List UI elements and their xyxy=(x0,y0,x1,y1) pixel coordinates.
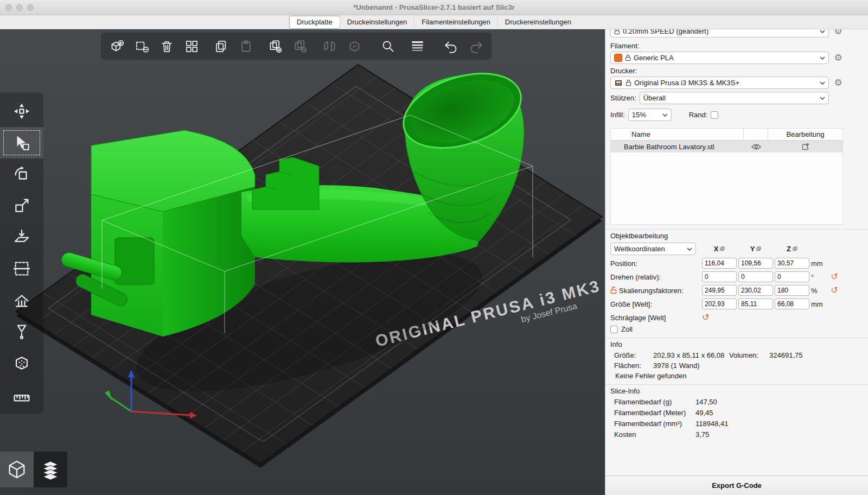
print-settings-gear-icon[interactable]: ⚙ xyxy=(832,29,844,36)
close-button[interactable] xyxy=(5,4,12,11)
paste-icon xyxy=(239,39,253,54)
printer-settings-gear-icon[interactable]: ⚙ xyxy=(832,78,844,87)
3d-viewport[interactable]: ORIGINAL PRUSA i3 MK3 by Josef Prusa xyxy=(0,29,605,495)
slice-info-title: Slice-Info xyxy=(610,387,868,395)
svg-text:P: P xyxy=(353,43,356,49)
skew-reset-icon[interactable]: ↺ xyxy=(702,313,718,322)
rotation-x-input[interactable] xyxy=(702,271,737,282)
lock-icon xyxy=(625,54,631,61)
delete-object-button[interactable] xyxy=(129,34,154,59)
visibility-toggle[interactable] xyxy=(744,144,768,150)
cut-tool-button[interactable] xyxy=(0,253,43,284)
select-tool-button[interactable] xyxy=(0,127,43,158)
uniform-scale-lock-icon[interactable] xyxy=(610,287,617,294)
minimize-button[interactable] xyxy=(16,4,23,11)
slice-label: Filamentbedarf (Meter) xyxy=(614,409,695,417)
arrange-button[interactable] xyxy=(179,34,204,59)
rotate-tool-button[interactable] xyxy=(0,158,43,190)
rotation-y-input[interactable] xyxy=(738,271,773,282)
position-x-input[interactable] xyxy=(702,258,737,269)
slice-value: 118948,41 xyxy=(695,420,868,428)
paste-button[interactable] xyxy=(233,34,258,59)
split-to-objects-button[interactable] xyxy=(317,34,342,59)
tab-druckereinstellungen[interactable]: Druckereinstellungen xyxy=(497,16,578,28)
scale-x-input[interactable] xyxy=(702,285,737,296)
filament-label: Filament: xyxy=(610,42,868,50)
supports-select[interactable]: Überall xyxy=(640,92,829,104)
slice-value: 49,45 xyxy=(695,409,868,417)
object-row[interactable]: Barbie Bathroom Lavatory.stl xyxy=(611,141,843,153)
chevron-down-icon xyxy=(662,113,668,117)
infill-value: 15% xyxy=(632,111,660,119)
chevron-down-icon xyxy=(820,56,825,60)
inches-row: Zoll xyxy=(610,325,864,333)
title-bar: *Unbenannt - PrusaSlicer-2.7.1 basiert a… xyxy=(0,0,868,15)
brim-label: Rand: xyxy=(689,111,708,119)
rotation-z-input[interactable] xyxy=(775,271,809,282)
delete-icon xyxy=(135,39,149,54)
lock-icon xyxy=(626,79,631,86)
split-to-parts-button[interactable]: P xyxy=(342,34,367,59)
tab-filamenteinstellungen[interactable]: Filamenteinstellungen xyxy=(414,16,497,28)
search-button[interactable] xyxy=(375,34,400,59)
undo-button[interactable] xyxy=(438,34,463,59)
tab-druckplatte[interactable]: Druckplatte xyxy=(289,16,340,29)
preview-sliced-view-button[interactable] xyxy=(34,452,67,487)
filament-select[interactable]: Generic PLA xyxy=(610,52,829,64)
scale-icon xyxy=(12,196,31,215)
filament-settings-gear-icon[interactable]: ⚙ xyxy=(832,53,844,62)
redo-icon xyxy=(469,39,483,54)
seam-tool-button[interactable] xyxy=(0,316,43,347)
supports-value: Überall xyxy=(643,94,817,102)
scale-y-input[interactable] xyxy=(738,285,773,296)
redo-button[interactable] xyxy=(463,34,488,59)
editor-3d-view-button[interactable] xyxy=(0,452,34,487)
tab-druckeinstellungen[interactable]: Druckeinstellungen xyxy=(340,16,414,28)
rotation-reset-icon[interactable]: ↺ xyxy=(829,272,840,281)
scale-unit: % xyxy=(811,287,827,295)
scale-row: Skalierungsfaktoren: % ↺ xyxy=(610,285,864,296)
variable-layer-height-button[interactable] xyxy=(405,34,430,59)
measure-tool-button[interactable] xyxy=(0,379,43,410)
scale-z-input[interactable] xyxy=(775,285,809,296)
scale-reset-icon[interactable]: ↺ xyxy=(829,286,840,295)
coordinate-system-select[interactable]: Weltkoordinaten xyxy=(610,243,696,255)
size-z-input[interactable] xyxy=(775,299,809,309)
gizmo-toolbar xyxy=(0,92,43,414)
scale-tool-button[interactable] xyxy=(0,190,43,221)
slice-value: 147,50 xyxy=(695,398,868,406)
move-tool-button[interactable] xyxy=(0,96,43,127)
place-on-face-tool-button[interactable] xyxy=(0,221,43,253)
layer-height-icon xyxy=(410,39,425,54)
fuzzy-skin-tool-button[interactable] xyxy=(0,347,43,379)
brim-checkbox[interactable] xyxy=(711,111,718,119)
copy-button[interactable] xyxy=(208,34,233,59)
position-y-input[interactable] xyxy=(738,258,773,269)
zoom-button[interactable] xyxy=(27,4,34,11)
manipulation-title: Objektbearbeitung xyxy=(610,232,868,240)
add-instance-button[interactable] xyxy=(263,34,288,59)
paint-supports-tool-button[interactable] xyxy=(0,284,43,316)
delete-all-button[interactable] xyxy=(154,34,179,59)
object-settings-button[interactable] xyxy=(768,143,843,150)
size-y-input[interactable] xyxy=(738,299,773,309)
chevron-down-icon xyxy=(820,97,825,100)
skew-label: Schräglage [Welt] xyxy=(610,314,700,322)
chevron-down-icon xyxy=(820,81,825,85)
chevron-down-icon xyxy=(820,30,825,33)
infill-select[interactable]: 15% xyxy=(628,109,672,121)
position-z-input[interactable] xyxy=(775,258,809,269)
size-x-input[interactable] xyxy=(702,299,737,309)
inches-checkbox[interactable] xyxy=(610,326,618,333)
position-unit: mm xyxy=(811,259,827,268)
skew-row: Schräglage [Welt] ↺ xyxy=(610,313,864,322)
search-icon xyxy=(381,39,395,54)
export-gcode-button[interactable]: Export G-Code xyxy=(605,475,868,495)
print-profile-select[interactable]: 0.20mm SPEED (geändert) xyxy=(610,29,829,37)
cube-3d-icon xyxy=(6,459,28,480)
3d-scene-canvas[interactable]: ORIGINAL PRUSA i3 MK3 by Josef Prusa xyxy=(0,29,605,495)
remove-instance-button[interactable] xyxy=(288,34,312,59)
copy-mini-icon xyxy=(720,246,725,251)
printer-select[interactable]: Original Prusa i3 MK3S & MK3S+ xyxy=(610,77,829,89)
add-object-button[interactable] xyxy=(104,34,129,59)
